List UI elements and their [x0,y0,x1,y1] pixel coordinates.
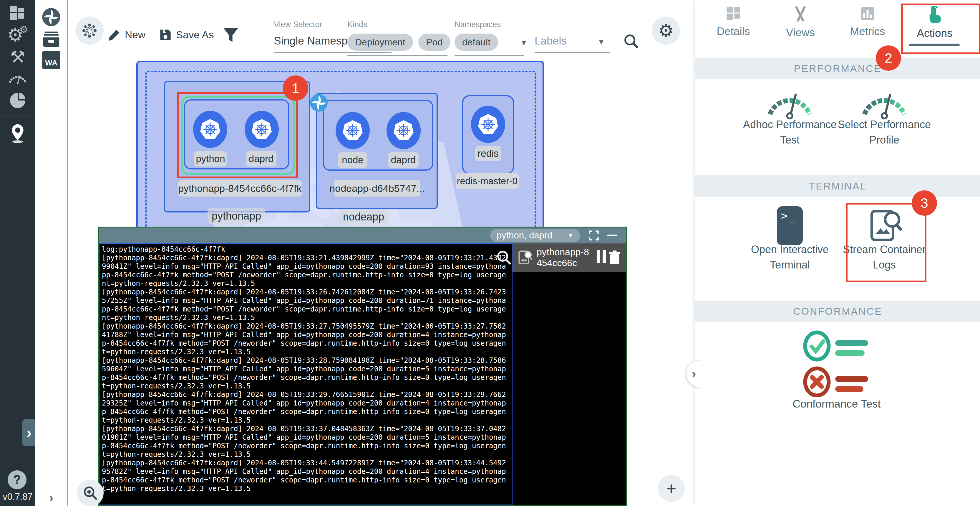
container-redis[interactable] [471,106,505,143]
adhoc-performance-label-1: Adhoc Performance [737,118,843,131]
search-button[interactable] [623,33,640,51]
chevron-down-icon: ▼ [567,231,574,239]
save-icon [159,28,172,41]
location-pin-icon[interactable] [0,120,35,147]
group-nodeapp[interactable]: node daprd nodeapp-d64b5747... [316,93,438,209]
deployment-label-pythonapp: pythonapp [208,208,265,224]
conformance-test-label: Conformance Test [784,398,889,410]
details-grid-icon [725,6,741,21]
x-circle-icon [805,369,868,396]
wasm-wa-icon[interactable]: WA [35,49,67,71]
container-node[interactable] [336,112,370,149]
left-sidebar: ⚙⚙ ⚒ › ? v0.7.87 [0,0,35,506]
session-row[interactable]: pythonapp-8454cc66c [512,243,626,272]
trash-icon[interactable] [608,250,622,265]
view-selector-label: View Selector [274,20,322,29]
tab-details[interactable]: Details [700,6,767,38]
pod-label-nodeapp: nodeapp-d64b5747... [334,180,420,196]
terminal-header[interactable]: python, daprd ▼ [99,228,626,243]
version-label: v0.7.87 [0,492,35,502]
pencil-icon [108,28,121,41]
metrics-bar-chart-icon [860,6,875,21]
select-performance-profile-action[interactable] [858,84,911,123]
labels-placeholder: Labels [535,35,567,47]
minimize-icon[interactable] [607,235,617,236]
mesh-cluster-icon [82,23,97,38]
open-terminal-label-1: Open Interactive [737,243,843,256]
log-entry: log:pythonapp-8454cc66c-4f7fk [102,245,509,254]
container-chip-daprd2[interactable]: daprd [388,152,418,168]
annotation-badge-3: 3 [912,190,937,216]
annotation-rect-3 [846,203,926,283]
labels-select[interactable]: Labels ▼ [535,35,610,53]
section-header-terminal: TERMINAL [695,176,980,196]
pod-label-pythonapp: pythonapp-8454cc66c-4f7fk [178,180,302,196]
views-icon [793,6,808,22]
open-interactive-terminal-action[interactable]: >_ [777,206,803,245]
zoom-in-icon [83,485,98,501]
conformance-test-action[interactable] [803,329,879,398]
rail-bottom-chevron-icon[interactable]: › [35,487,67,506]
sidebar-expand-handle[interactable]: › [22,419,36,446]
archive-drawer-icon[interactable] [35,28,67,49]
fullscreen-icon[interactable] [589,230,599,241]
namespaces-select[interactable]: default ▼ [455,34,528,56]
chevron-right-icon: › [692,366,696,381]
kubernetes-icon [392,119,415,142]
filter-button[interactable] [223,27,239,45]
pod-redis[interactable]: redis [462,95,514,174]
namespace-chip-default[interactable]: default [455,34,498,51]
section-header-conformance: CONFORMANCE [695,301,980,322]
pod-label-redis: redis-master-0 [456,173,519,189]
dapr-logo-icon[interactable] [35,6,67,28]
plus-icon: + [666,478,676,499]
annotation-badge-2: 2 [876,45,901,71]
terminal-prompt-icon: >_ [781,209,795,222]
settings-button[interactable]: ⚙ [652,16,680,45]
chevron-down-icon: ▼ [597,37,605,46]
container-daprd2[interactable] [387,112,421,149]
terminal-log[interactable]: log:pythonapp-8454cc66c-4f7fk[pythonapp-… [99,243,512,505]
mesh-menu-button[interactable] [75,16,103,45]
kind-chip-pod[interactable]: Pod [418,34,450,51]
gauge-icon [763,84,816,122]
select-performance-label-1: Select Performance [831,118,937,131]
stream-logs-icon [517,250,533,265]
deployment-label-nodeapp: nodeapp [339,209,388,225]
namespace-boundary[interactable]: python daprd pythonapp-8454cc66c-4f7fk n… [136,61,544,234]
adhoc-performance-test-action[interactable] [763,84,816,123]
annotation-rect-2 [901,3,980,54]
new-button[interactable]: New [108,28,145,41]
save-as-button[interactable]: Save As [159,28,214,41]
annotation-badge-1: 1 [283,75,308,101]
save-as-button-label: Save As [176,29,214,41]
tab-label: Details [716,26,750,38]
kind-chip-deployment[interactable]: Deployment [347,34,413,51]
app-root: ⚙⚙ ⚒ › ? v0.7.87 [0,0,980,506]
kinds-select[interactable]: Deployment Pod ▼ [347,34,465,56]
help-button[interactable]: ? [8,470,27,489]
session-title: pythonapp-8454cc66c [537,247,593,268]
container-select-value: python, daprd [496,230,552,241]
container-select-dropdown[interactable]: python, daprd ▼ [490,229,580,242]
adhoc-performance-label-2: Test [737,134,843,146]
conformance-pie-icon[interactable] [0,87,35,114]
container-chip-redis[interactable]: redis [475,146,501,161]
log-entry: [pythonapp-8454cc66c-4f7fk:daprd] 2024-0… [102,425,509,459]
tab-metrics[interactable]: Metrics [834,6,901,38]
pause-icon[interactable] [597,250,606,265]
tab-label: Views [786,27,815,39]
log-entry: [pythonapp-8454cc66c-4f7fk:daprd] 2024-0… [102,391,509,425]
add-button[interactable]: + [658,475,685,502]
chevron-right-icon: › [27,424,32,441]
canvas-zoom-button[interactable] [77,480,103,506]
kubernetes-icon [342,119,364,142]
group-pythonapp[interactable]: python daprd pythonapp-8454cc66c-4f7fk [164,81,310,212]
container-chip-node[interactable]: node [338,152,368,168]
gear-icon: ⚙ [658,21,673,41]
pod-nodeapp[interactable]: node daprd [323,100,433,171]
log-entry: [pythonapp-8454cc66c-4f7fk:daprd] 2024-0… [102,459,509,493]
log-entry: [pythonapp-8454cc66c-4f7fk:daprd] 2024-0… [102,322,509,356]
right-panel-collapse-handle[interactable]: › [686,360,701,387]
tab-views[interactable]: Views [767,6,834,39]
